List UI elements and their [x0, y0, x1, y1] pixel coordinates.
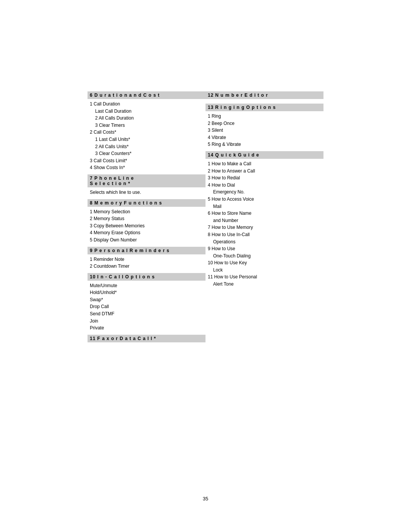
content-area: 6 D u r a t i o n a n d C o s t 1 Call D…: [88, 91, 323, 347]
list-item: 5 Display Own Number: [90, 236, 206, 244]
section-content-duration-and-cost: 1 Call Duration Last Call Duration 2 All…: [88, 101, 206, 171]
section-header-phone-line-selection: 7 P h o n e L i n e S e l e c t i o n *: [88, 174, 206, 187]
list-item: 3 Call Costs Limit*: [90, 157, 206, 165]
right-column: 12 N u m b e r E d i t o r 13 R i n g i …: [206, 91, 323, 291]
section-in-call-options: 10 I n - C a l l O p t i o n s Mute/Unmu…: [88, 273, 206, 332]
section-memory-functions: 8 M e m o r y F u n c t i o n s 1 Memory…: [88, 199, 206, 244]
section-number-editor: 12 N u m b e r E d i t o r: [206, 91, 323, 101]
list-item: 3 How to Redial: [208, 174, 323, 182]
list-item: 2 All Calls Units*: [90, 143, 206, 150]
section-content-in-call-options: Mute/Unmute Hold/Unhold* Swap* Drop Call…: [88, 282, 206, 332]
section-header-personal-reminders: 9 P e r s o n a l R e m i n d e r s: [88, 247, 206, 254]
list-item: Swap*: [90, 296, 206, 304]
list-item: 6 How to Store Name: [208, 210, 323, 217]
list-item: 9 How to Use: [208, 245, 323, 252]
list-item: 4 Show Costs In*: [90, 164, 206, 171]
list-item: Join: [90, 318, 206, 325]
list-item: 3 Copy Between Memories: [90, 222, 206, 230]
list-item: 2 Beep Once: [208, 120, 323, 127]
section-personal-reminders: 9 P e r s o n a l R e m i n d e r s 1 Re…: [88, 247, 206, 270]
list-item: Mail: [208, 203, 323, 210]
list-item: 2 All Calls Duration: [90, 115, 206, 122]
section-header-memory-functions: 8 M e m o r y F u n c t i o n s: [88, 199, 206, 207]
list-item: 1 Reminder Note: [90, 256, 206, 263]
section-content-ringing-options: 1 Ring 2 Beep Once 3 Silent 4 Vibrate 5 …: [206, 113, 323, 148]
list-item: 2 Countdown Timer: [90, 263, 206, 270]
page-container: 6 D u r a t i o n a n d C o s t 1 Call D…: [0, 0, 411, 532]
section-ringing-options: 13 R i n g i n g O p t i o n s 1 Ring 2 …: [206, 104, 323, 148]
list-item: 4 Vibrate: [208, 134, 323, 141]
list-item: 3 Clear Timers: [90, 122, 206, 129]
section-duration-and-cost: 6 D u r a t i o n a n d C o s t 1 Call D…: [88, 91, 206, 171]
list-item: Lock: [208, 267, 323, 274]
section-content-memory-functions: 1 Memory Selection 2 Memory Status 3 Cop…: [88, 208, 206, 244]
left-column: 6 D u r a t i o n a n d C o s t 1 Call D…: [88, 91, 206, 347]
list-item: 3 Silent: [208, 127, 323, 134]
list-item: 2 Memory Status: [90, 215, 206, 222]
list-item: 5 How to Access Voice: [208, 196, 323, 203]
list-item: Hold/Unhold*: [90, 289, 206, 296]
list-item: Alert Tone: [208, 281, 323, 288]
section-phone-line-selection: 7 P h o n e L i n e S e l e c t i o n * …: [88, 174, 206, 196]
list-item: 2 Call Costs*: [90, 129, 206, 136]
section-header-ringing-options: 13 R i n g i n g O p t i o n s: [206, 104, 323, 111]
list-item: 3 Clear Counters*: [90, 150, 206, 157]
list-item: 4 Memory Erase Options: [90, 229, 206, 236]
page-number: 35: [203, 496, 208, 502]
list-item: 7 How to Use Memory: [208, 224, 323, 231]
list-item: 1 How to Make a Call: [208, 160, 323, 168]
list-item: 2 How to Answer a Call: [208, 168, 323, 175]
list-item: Selects which line to use.: [90, 189, 206, 196]
list-item: 1 Call Duration: [90, 101, 206, 108]
list-item: 1 Ring: [208, 113, 323, 120]
section-header-in-call-options: 10 I n - C a l l O p t i o n s: [88, 273, 206, 281]
list-item: 1 Last Call Units*: [90, 136, 206, 143]
list-item: Drop Call: [90, 303, 206, 310]
list-item: Emergency No.: [208, 189, 323, 196]
section-header-duration-and-cost: 6 D u r a t i o n a n d C o s t: [88, 91, 206, 99]
list-item: Last Call Duration: [90, 108, 206, 115]
list-item: and Number: [208, 217, 323, 224]
section-content-quick-guide: 1 How to Make a Call 2 How to Answer a C…: [206, 160, 323, 288]
list-item: 4 How to Dial: [208, 182, 323, 189]
list-item: 10 How to Use Key: [208, 259, 323, 267]
section-content-phone-line-selection: Selects which line to use.: [88, 189, 206, 196]
list-item: 1 Memory Selection: [90, 208, 206, 216]
section-header-fax-or-data-call: 11 F a x o r D a t a C a l l *: [88, 335, 206, 342]
section-quick-guide: 14 Q u i c k G u i d e 1 How to Make a C…: [206, 151, 323, 288]
list-item: Mute/Unmute: [90, 282, 206, 289]
section-header-quick-guide: 14 Q u i c k G u i d e: [206, 151, 323, 159]
list-item: Operations: [208, 238, 323, 246]
section-content-personal-reminders: 1 Reminder Note 2 Countdown Timer: [88, 256, 206, 270]
section-header-number-editor: 12 N u m b e r E d i t o r: [206, 91, 323, 99]
list-item: Private: [90, 324, 206, 332]
list-item: Send DTMF: [90, 310, 206, 318]
list-item: 11 How to Use Personal: [208, 273, 323, 281]
list-item: One-Touch Dialing: [208, 252, 323, 260]
list-item: 8 How to Use In-Call: [208, 231, 323, 238]
section-fax-or-data-call: 11 F a x o r D a t a C a l l *: [88, 335, 206, 344]
list-item: 5 Ring & Vibrate: [208, 141, 323, 148]
